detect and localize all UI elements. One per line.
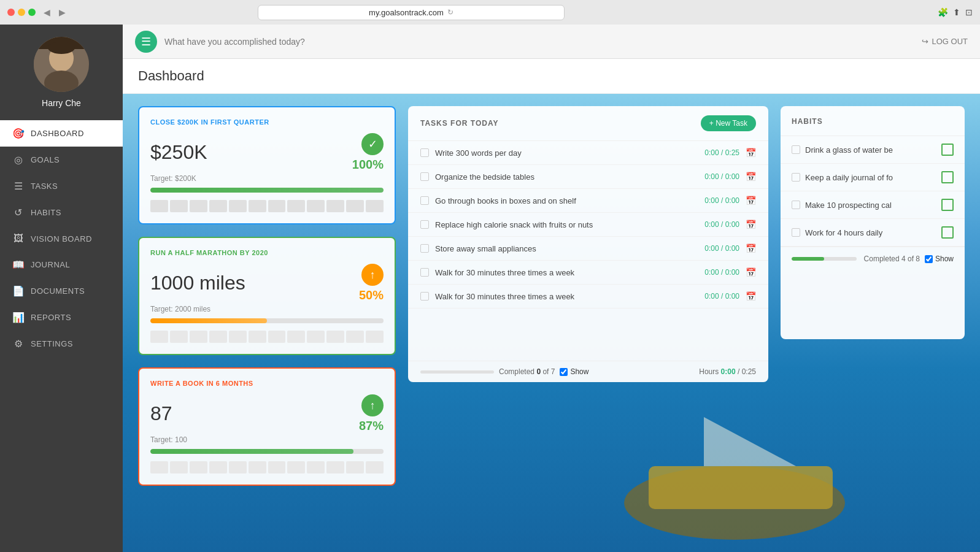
browser-dots [7,9,36,16]
task-6-calendar-icon[interactable]: 📅 [746,267,756,277]
tasks-footer: Completed 0 of 7 Show Hours 0:00 / 0:25 [408,361,768,382]
sidebar-item-label: SETTINGS [31,339,73,348]
habit-3-label: Make 10 prospecting cal [805,201,936,210]
forward-button[interactable]: ▶ [56,6,69,18]
task-6-time: 0:00 / 0:00 [704,268,739,277]
extensions-button[interactable]: 🧩 [938,7,948,17]
task-7-label: Walk for 30 minutes three times a week [435,292,698,301]
app-container: Harry Che 🎯 DASHBOARD ◎ GOALS ☰ TASKS ↺ … [0,25,980,552]
habit-4-complete-box[interactable] [941,226,954,239]
close-dot[interactable] [7,9,15,16]
dashboard-grid: CLOSE $200K IN FIRST QUARTER $250K ✓ 100… [123,94,980,552]
habits-icon: ↺ [12,207,25,218]
task-4-checkbox[interactable] [420,220,429,229]
task-6-label: Walk for 30 minutes three times a week [435,268,698,277]
habit-1-checkbox[interactable] [792,145,800,154]
sidebar: Harry Che 🎯 DASHBOARD ◎ GOALS ☰ TASKS ↺ … [0,25,123,552]
habit-1-complete-box[interactable] [941,144,954,156]
goal-3-title: WRITE A BOOK IN 6 MONTHS [150,380,384,387]
goal-1-value: $250K [150,141,207,164]
sidebar-item-settings[interactable]: ⚙ SETTINGS [0,331,123,357]
reload-icon[interactable]: ↻ [447,8,453,17]
task-7-calendar-icon[interactable]: 📅 [746,291,756,301]
sidebar-item-vision-board[interactable]: 🖼 VISION BOARD [0,226,123,251]
dashboard-icon: 🎯 [12,128,25,139]
goal-2-progress-fill [150,318,267,323]
habit-item: Keep a daily journal of fo [781,164,965,191]
goal-2-title: RUN A HALF MARATHON BY 2020 [150,249,384,256]
task-4-calendar-icon[interactable]: 📅 [746,220,756,229]
goal-card-1: CLOSE $200K IN FIRST QUARTER $250K ✓ 100… [138,106,396,224]
goal-1-progress-bar [150,188,384,193]
task-5-time: 0:00 / 0:00 [704,244,739,253]
task-3-checkbox[interactable] [420,196,429,205]
browser-chrome: ◀ ▶ my.goalsontrack.com ↻ 🧩 ⬆ ⊡ [0,0,980,25]
back-button[interactable]: ◀ [41,6,53,18]
sidebar-item-label: DOCUMENTS [31,286,85,296]
sidebar-item-dashboard[interactable]: 🎯 DASHBOARD [0,120,123,147]
logout-button[interactable]: ↪ LOG OUT [922,37,968,46]
task-2-calendar-icon[interactable]: 📅 [746,172,756,182]
browser-navigation: ◀ ▶ [41,6,69,18]
new-task-button[interactable]: + New Task [701,115,756,131]
task-1-checkbox[interactable] [420,148,429,157]
page-title: Dashboard [138,68,965,84]
sidebar-item-goals[interactable]: ◎ GOALS [0,147,123,173]
sidebar-item-label: HABITS [31,208,61,217]
sidebar-item-journal[interactable]: 📖 JOURNAL [0,251,123,278]
habits-panel: HABITS Drink a glass of water be Keep a … [781,106,965,339]
sidebar-item-label: GOALS [31,155,60,164]
task-2-checkbox[interactable] [420,172,429,181]
accomplishment-input[interactable] [164,37,914,47]
goal-3-up-icon: ↑ [361,394,384,416]
task-5-calendar-icon[interactable]: 📅 [746,243,756,253]
goal-1-check-icon: ✓ [361,133,384,155]
goal-2-up-icon: ↑ [361,264,384,286]
habits-show-label[interactable]: Show [925,255,954,263]
sidebar-item-tasks[interactable]: ☰ TASKS [0,173,123,199]
task-6-checkbox[interactable] [420,268,429,277]
habit-3-checkbox[interactable] [792,201,800,209]
task-1-label: Write 300 words per day [435,148,698,158]
goal-3-progress-fill [150,449,353,454]
task-5-checkbox[interactable] [420,244,429,253]
task-item: Organize the bedside tables 0:00 / 0:00 … [408,165,768,189]
habit-3-complete-box[interactable] [941,199,954,211]
task-item: Replace high calorie snack with fruits o… [408,213,768,237]
minimize-dot[interactable] [18,9,25,16]
url-text: my.goalsontrack.com [369,8,444,17]
sidebar-item-reports[interactable]: 📊 REPORTS [0,304,123,331]
goal-2-target: Target: 2000 miles [150,305,384,313]
task-7-checkbox[interactable] [420,292,429,301]
habit-4-label: Work for 4 hours daily [805,228,936,237]
address-bar[interactable]: my.goalsontrack.com ↻ [258,5,565,20]
goal-2-value: 1000 miles [150,272,245,294]
browser-actions: 🧩 ⬆ ⊡ [938,7,973,17]
task-3-calendar-icon[interactable]: 📅 [746,196,756,205]
habit-1-label: Drink a glass of water be [805,145,936,155]
task-1-time: 0:00 / 0:25 [704,148,739,157]
share-button[interactable]: ⬆ [953,7,960,17]
tasks-show-input[interactable] [560,368,568,376]
menu-button[interactable]: ☰ [135,31,157,53]
goal-1-value-row: $250K ✓ 100% [150,133,384,172]
task-1-calendar-icon[interactable]: 📅 [746,148,756,158]
habits-show-checkbox[interactable] [925,255,933,263]
goal-1-mini-bars [150,200,384,212]
goal-3-progress-bar [150,449,384,454]
tasks-show-checkbox[interactable]: Show [560,367,588,376]
maximize-dot[interactable] [28,9,36,16]
habit-2-checkbox[interactable] [792,173,800,182]
task-3-time: 0:00 / 0:00 [704,196,739,205]
window-button[interactable]: ⊡ [965,7,973,17]
habit-4-checkbox[interactable] [792,228,800,237]
vision-board-icon: 🖼 [12,233,25,244]
habit-2-complete-box[interactable] [941,171,954,183]
tasks-footer-left: Completed 0 of 7 Show [420,367,588,376]
task-item: Store away small appliances 0:00 / 0:00 … [408,237,768,261]
sidebar-item-habits[interactable]: ↺ HABITS [0,199,123,226]
sidebar-item-label: TASKS [31,182,58,191]
sidebar-item-documents[interactable]: 📄 DOCUMENTS [0,278,123,304]
goal-3-target: Target: 100 [150,435,384,444]
habits-footer: Completed 4 of 8 Show [781,247,965,270]
